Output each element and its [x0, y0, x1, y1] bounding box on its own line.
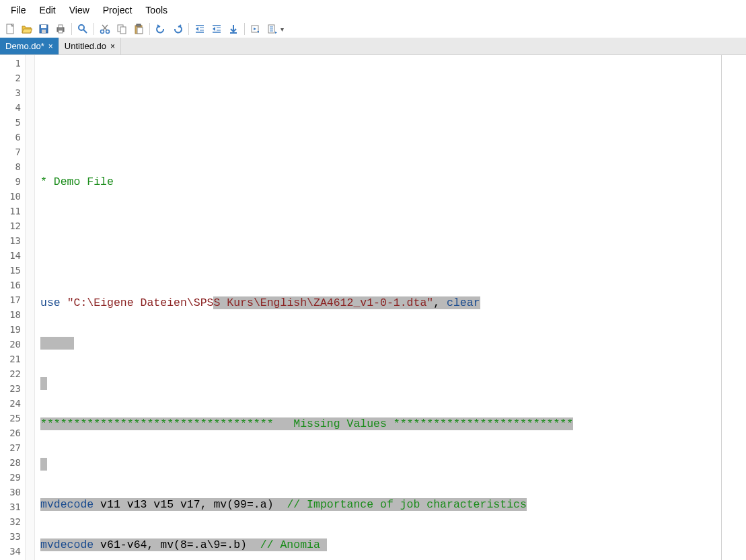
svg-rect-14 — [120, 27, 126, 34]
execute-selection-icon[interactable] — [265, 22, 280, 36]
line-number: 6 — [0, 130, 25, 145]
redo-icon[interactable] — [170, 22, 185, 36]
line-number: 18 — [0, 307, 25, 322]
line-number-gutter: 1234567891011121314151617181920212223242… — [0, 55, 26, 560]
line-number: 24 — [0, 396, 25, 411]
line-number: 5 — [0, 115, 25, 130]
toolbar-dropdown-icon[interactable]: ▾ — [281, 26, 284, 33]
menu-edit[interactable]: Edit — [33, 2, 63, 18]
line-number: 4 — [0, 100, 25, 115]
svg-line-11 — [103, 25, 108, 30]
indent-icon[interactable] — [192, 22, 207, 36]
line-number: 28 — [0, 455, 25, 470]
paste-icon[interactable] — [131, 22, 146, 36]
line-number: 19 — [0, 322, 25, 337]
svg-line-12 — [102, 25, 107, 30]
ruler-line — [721, 55, 722, 560]
toolbar-separator — [94, 23, 94, 35]
fold-gutter — [26, 55, 35, 560]
line-number: 2 — [0, 71, 25, 85]
svg-line-8 — [83, 30, 87, 33]
tab-label: Demo.do* — [5, 41, 44, 51]
svg-rect-6 — [59, 30, 63, 33]
line-number: 13 — [0, 233, 25, 248]
line-number: 20 — [0, 337, 25, 352]
line-number: 7 — [0, 145, 25, 159]
menu-file[interactable]: File — [4, 2, 33, 18]
line-number: 12 — [0, 218, 25, 233]
svg-rect-5 — [59, 25, 63, 28]
cut-icon[interactable] — [98, 22, 112, 36]
line-number: 9 — [0, 174, 25, 189]
new-file-icon[interactable] — [3, 22, 17, 36]
svg-rect-17 — [137, 28, 143, 34]
undo-icon[interactable] — [153, 22, 168, 36]
menu-project[interactable]: Project — [96, 2, 139, 18]
svg-rect-3 — [42, 30, 46, 33]
line-number: 31 — [0, 499, 25, 514]
line-number: 1 — [0, 56, 25, 71]
toolbar-separator — [71, 23, 72, 35]
editor: 1234567891011121314151617181920212223242… — [0, 55, 746, 560]
svg-rect-16 — [137, 24, 141, 26]
line-number: 8 — [0, 159, 25, 174]
line-number: 34 — [0, 544, 25, 559]
line-number: 11 — [0, 204, 25, 218]
svg-rect-2 — [41, 25, 46, 28]
toolbar-separator — [149, 23, 150, 35]
close-icon[interactable]: × — [48, 42, 53, 51]
tab-demo-do[interactable]: Demo.do* × — [0, 38, 59, 54]
line-number: 30 — [0, 485, 25, 499]
open-file-icon[interactable] — [20, 22, 34, 36]
menubar: File Edit View Project Tools — [0, 0, 746, 20]
line-number: 15 — [0, 263, 25, 278]
line-number: 23 — [0, 381, 25, 396]
tab-label: Untitled.do — [65, 41, 106, 51]
line-number: 27 — [0, 440, 25, 455]
line-number: 26 — [0, 426, 25, 440]
line-number: 33 — [0, 529, 25, 544]
toolbar-separator — [188, 23, 189, 35]
line-number: 21 — [0, 352, 25, 366]
line-number: 22 — [0, 366, 25, 381]
menu-view[interactable]: View — [63, 2, 96, 18]
line-number: 32 — [0, 514, 25, 529]
toolbar: ▾ — [0, 20, 746, 38]
execute-icon[interactable] — [248, 22, 263, 36]
find-icon[interactable] — [75, 22, 90, 36]
menu-tools[interactable]: Tools — [139, 2, 174, 18]
bookmark-down-icon[interactable] — [226, 22, 241, 36]
close-icon[interactable]: × — [110, 42, 115, 51]
line-number: 3 — [0, 85, 25, 100]
line-number: 25 — [0, 411, 25, 426]
save-icon[interactable] — [36, 22, 51, 36]
tab-untitled-do[interactable]: Untitled.do × — [59, 38, 121, 54]
line-number: 14 — [0, 248, 25, 263]
line-number: 16 — [0, 278, 25, 292]
unindent-icon[interactable] — [209, 22, 224, 36]
svg-point-7 — [79, 25, 84, 30]
tabbar: Demo.do* × Untitled.do × — [0, 38, 746, 55]
toolbar-separator — [244, 23, 245, 35]
line-number: 17 — [0, 292, 25, 307]
line-number: 10 — [0, 189, 25, 204]
line-number: 29 — [0, 470, 25, 485]
copy-icon[interactable] — [114, 22, 129, 36]
code-area[interactable]: * Demo File use "C:\Eigene Dateien\SPSS … — [35, 55, 746, 560]
print-icon[interactable] — [53, 22, 68, 36]
